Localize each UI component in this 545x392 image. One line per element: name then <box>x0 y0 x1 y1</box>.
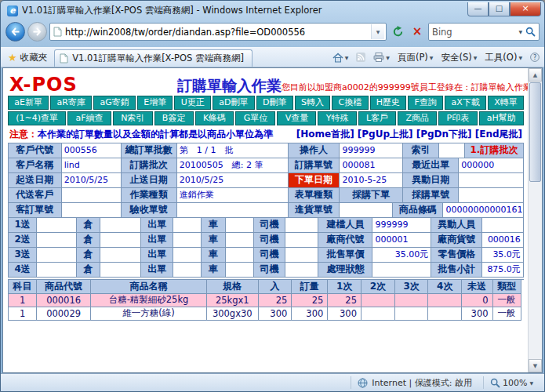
form-field[interactable]: 35.0元 <box>482 248 524 263</box>
minimize-button[interactable]: — <box>467 2 489 16</box>
scrollbar-track[interactable] <box>529 183 542 359</box>
help-menu[interactable]: ? <box>530 53 540 62</box>
form-field[interactable]: 000001 <box>372 233 431 248</box>
scroll-up-button[interactable]: ▲ <box>529 68 542 82</box>
form-field[interactable]: 35.00元 <box>372 248 431 263</box>
form-field[interactable] <box>100 233 142 248</box>
toolbar-button[interactable]: aE新單 <box>8 96 49 110</box>
toolbar-button[interactable]: aX下載 <box>445 96 486 110</box>
form-field[interactable] <box>173 248 202 263</box>
toolbar-button[interactable]: K條碼 <box>195 111 234 125</box>
form-field[interactable]: lind <box>62 158 122 173</box>
form-field[interactable] <box>177 203 289 218</box>
toolbar-button[interactable]: D刪筆 <box>256 96 293 110</box>
table-row[interactable]: 1000029維一方糖(綠)300gx30300300300300一般 <box>9 307 524 321</box>
toolbar-button[interactable]: P印表 <box>438 111 477 125</box>
toolbar-button[interactable]: aH幫助 <box>479 111 525 125</box>
feeds-button[interactable] <box>356 53 365 62</box>
form-field[interactable] <box>226 248 254 263</box>
print-button[interactable]: ▼ <box>373 53 390 62</box>
toolbar-button[interactable]: (1~4)查單 <box>8 111 66 125</box>
search-field[interactable]: Bing ▼ <box>428 23 540 41</box>
form-field[interactable] <box>100 248 142 263</box>
form-field[interactable]: 第 1 / 1 批 <box>177 143 289 158</box>
form-field[interactable] <box>285 218 318 233</box>
form-field[interactable] <box>62 203 122 218</box>
safety-menu[interactable]: 安全(S) ▼ <box>441 52 477 64</box>
search-dropdown-icon[interactable]: ▼ <box>518 29 522 34</box>
form-field[interactable] <box>100 218 142 233</box>
toolbar-button[interactable]: V查量 <box>277 111 316 125</box>
form-field[interactable] <box>439 143 465 158</box>
form-field[interactable] <box>226 233 254 248</box>
toolbar-button[interactable]: B簽定 <box>154 111 194 125</box>
form-field[interactable] <box>372 263 431 278</box>
back-button[interactable] <box>5 22 25 42</box>
toolbar-button[interactable]: Z商品 <box>398 111 437 125</box>
toolbar-button[interactable]: L客戶 <box>358 111 397 125</box>
form-field[interactable] <box>37 248 77 263</box>
form-field[interactable]: 2010/5/25 <box>177 173 289 188</box>
form-field[interactable] <box>285 248 318 263</box>
toolbar-button[interactable]: N索引 <box>113 111 153 125</box>
page-menu[interactable]: 頁面(P) ▼ <box>398 52 434 64</box>
toolbar-button[interactable]: S轉入 <box>295 96 331 110</box>
form-field[interactable]: 875.0元 <box>482 263 524 278</box>
toolbar-button[interactable]: E增筆 <box>137 96 173 110</box>
form-field[interactable]: 999999 <box>372 218 431 233</box>
form-field[interactable] <box>100 263 142 278</box>
toolbar-button[interactable]: Y特殊 <box>318 111 356 125</box>
form-field[interactable] <box>285 233 318 248</box>
scrollbar-thumb[interactable] <box>529 82 541 182</box>
toolbar-button[interactable]: X轉單 <box>488 96 524 110</box>
form-field[interactable] <box>226 263 254 278</box>
scroll-down-button[interactable]: ▼ <box>529 359 542 372</box>
forward-button[interactable] <box>27 22 47 42</box>
table-row[interactable]: 1000016台糖-精製細砂25kg25kgx12525250一般 <box>9 294 524 307</box>
toolbar-button[interactable]: F查詢 <box>408 96 443 110</box>
address-dropdown-icon[interactable]: ▼ <box>371 24 384 39</box>
form-field[interactable]: 000000 <box>459 158 524 173</box>
toolbar-button[interactable]: U更正 <box>174 96 211 110</box>
vertical-scrollbar[interactable]: ▲ ▼ <box>528 68 542 372</box>
form-field[interactable]: 000556 <box>62 143 122 158</box>
close-button[interactable]: × <box>510 2 541 16</box>
form-field[interactable] <box>459 188 524 203</box>
toolbar-button[interactable]: aG寄銷 <box>93 96 136 110</box>
form-field[interactable]: 000016 <box>482 233 524 248</box>
toolbar-button[interactable]: aR寄庫 <box>50 96 92 110</box>
toolbar-button[interactable]: H歷史 <box>370 96 407 110</box>
form-field[interactable] <box>285 263 318 278</box>
form-field[interactable]: 000081 <box>340 158 403 173</box>
form-field[interactable] <box>37 233 77 248</box>
favorites-button[interactable]: ★ 收藏夾 <box>5 51 49 64</box>
form-field[interactable]: 進銷作業 <box>177 188 289 203</box>
form-field[interactable]: 20100505 總: 2 筆 <box>177 158 289 173</box>
form-field[interactable] <box>173 263 202 278</box>
browser-tab[interactable]: V1.01訂購單輸入作業[X-POS 雲端商務網] <box>54 49 253 67</box>
maximize-button[interactable]: □ <box>489 2 510 16</box>
form-field[interactable] <box>173 218 202 233</box>
form-field[interactable]: 999999 <box>340 143 403 158</box>
form-field[interactable] <box>226 218 254 233</box>
toolbar-button[interactable]: G單位 <box>235 111 275 125</box>
zoom-control[interactable]: 100% ▼ <box>490 378 533 388</box>
tools-menu[interactable]: 工具(O) ▼ <box>485 52 522 64</box>
home-button[interactable]: ▼ <box>332 53 349 63</box>
toolbar-button[interactable]: aF續查 <box>67 111 111 125</box>
form-field[interactable]: 00000000000161 <box>443 203 523 218</box>
address-field[interactable]: http://win2008/tw/order/diandan.asp?file… <box>49 23 387 41</box>
form-field[interactable] <box>459 173 524 188</box>
form-field[interactable] <box>482 218 524 233</box>
form-field[interactable] <box>340 203 393 218</box>
refresh-button[interactable] <box>389 24 406 41</box>
form-field[interactable]: 2010-5-25 <box>340 173 403 188</box>
stop-button[interactable]: × <box>409 24 426 41</box>
toolbar-button[interactable]: C換檔 <box>332 96 368 110</box>
form-field[interactable] <box>62 188 122 203</box>
form-field[interactable] <box>173 233 202 248</box>
toolbar-button[interactable]: aD刪單 <box>213 96 255 110</box>
form-field[interactable] <box>37 218 77 233</box>
form-field[interactable]: 2010/5/25 <box>62 173 122 188</box>
form-field[interactable] <box>37 263 77 278</box>
